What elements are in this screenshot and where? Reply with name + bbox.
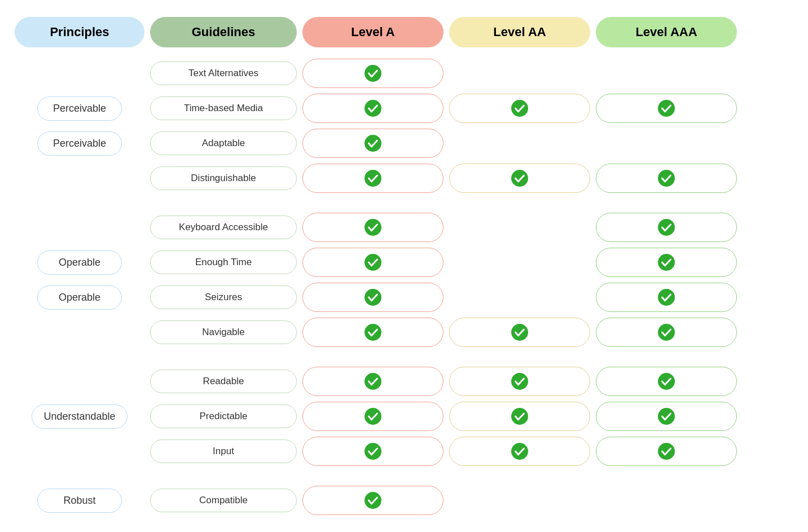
level-aa-pill [449,318,590,347]
level-aa-pill [449,130,590,156]
level-aaa-cell [596,367,737,396]
principle-cell: Perceivable [15,131,144,156]
svg-point-0 [365,65,381,82]
svg-point-4 [365,135,381,152]
table-row: Readable [15,367,793,396]
level-aa-cell [449,214,590,240]
level-aa-cell [449,402,590,431]
level-aa-pill [449,284,590,310]
guideline-cell: Distinguishable [150,166,297,190]
header-level-aaa: Level AAA [596,17,737,47]
sections-container: Text Alternatives PerceivableTime-based … [15,59,793,515]
guideline-cell: Text Alternatives [150,61,297,85]
level-a-pill [302,402,443,431]
guideline-pill: Keyboard Accessible [150,216,297,239]
level-aaa-cell [596,213,737,242]
level-aa-cell [449,94,590,123]
svg-point-19 [658,373,675,390]
guideline-pill: Enough Time [150,250,297,274]
level-a-cell [302,94,443,123]
section-operable: Keyboard Accessible OperableEnough Time … [15,213,793,347]
table-row: Keyboard Accessible [15,213,793,242]
level-aaa-cell [596,283,737,312]
level-aaa-pill [596,367,737,396]
level-aaa-pill [596,402,737,431]
principle-pill: Operable [37,250,122,275]
wcag-table: Principles Guidelines Level A Level AA L… [15,17,793,515]
guideline-cell: Enough Time [150,250,297,274]
svg-point-8 [365,219,381,236]
guideline-pill: Navigable [150,320,297,344]
guideline-pill: Adaptable [150,131,297,155]
level-a-cell [302,283,443,312]
guideline-pill: Text Alternatives [150,61,297,85]
level-aaa-pill [596,283,737,312]
level-aa-pill [449,402,590,431]
level-aaa-pill [596,94,737,123]
principle-pill: Operable [37,285,122,310]
level-aaa-pill [596,248,737,277]
guideline-cell: Keyboard Accessible [150,216,297,239]
table-row: OperableEnough Time [15,248,793,277]
svg-point-10 [365,254,381,271]
level-aa-pill [449,164,590,193]
level-aaa-cell [596,60,737,86]
svg-point-6 [511,170,528,187]
guideline-pill: Predictable [150,405,297,428]
table-row: Navigable [15,318,793,347]
level-a-pill [302,437,443,466]
level-aa-pill [449,60,590,86]
header-guidelines: Guidelines [150,17,297,47]
principle-cell: Operable [15,285,144,310]
level-a-cell [302,486,443,515]
level-aaa-cell [596,318,737,347]
principle-pill: Understandable [32,405,127,429]
guideline-pill: Input [150,439,297,463]
level-aa-cell [449,318,590,347]
level-aa-cell [449,437,590,466]
level-aa-pill [449,214,590,240]
guideline-cell: Adaptable [150,131,297,155]
level-a-cell [302,164,443,193]
table-row: UnderstandablePredictable [15,402,793,431]
level-aaa-cell [596,94,737,123]
level-aa-pill [449,437,590,466]
level-aa-cell [449,284,590,310]
table-row: Distinguishable [15,164,793,193]
guideline-pill: Distinguishable [150,166,297,190]
level-aaa-pill [596,437,737,466]
level-aaa-pill [596,164,737,193]
level-a-cell [302,318,443,347]
svg-point-3 [658,100,675,117]
section-perceivable: Text Alternatives PerceivableTime-based … [15,59,793,193]
level-aaa-cell [596,402,737,431]
guideline-pill: Seizures [150,285,297,309]
principle-cell: Robust [15,489,144,513]
table-row: Text Alternatives [15,59,793,88]
level-a-cell [302,248,443,277]
svg-point-18 [511,373,528,390]
svg-point-2 [511,100,528,117]
level-aaa-cell [596,130,737,156]
level-a-pill [302,164,443,193]
table-row: Input [15,437,793,466]
level-aaa-cell [596,437,737,466]
svg-point-15 [511,324,528,341]
guideline-cell: Navigable [150,320,297,344]
level-a-pill [302,129,443,158]
svg-point-21 [511,408,528,425]
level-aaa-cell [596,248,737,277]
svg-point-9 [658,219,675,236]
level-aaa-pill [596,487,737,513]
svg-point-5 [365,170,381,187]
guideline-pill: Time-based Media [150,96,297,120]
level-aaa-pill [596,318,737,347]
svg-point-24 [511,443,528,460]
principle-pill: Perceivable [37,131,122,156]
level-aaa-pill [596,130,737,156]
level-aa-pill [449,367,590,396]
guideline-pill: Readable [150,370,297,393]
level-a-cell [302,129,443,158]
guideline-cell: Input [150,439,297,463]
level-aaa-cell [596,487,737,513]
